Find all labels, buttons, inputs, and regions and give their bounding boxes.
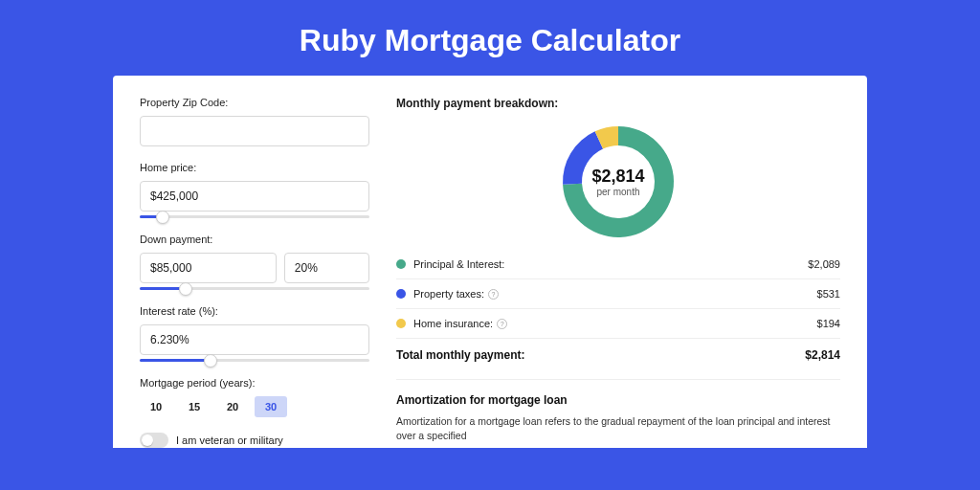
input-panel: Property Zip Code: Home price: Down paym… <box>140 97 369 448</box>
donut-sub: per month <box>596 187 639 197</box>
period-block: Mortgage period (years): 10152030 <box>140 377 369 417</box>
breakdown-lines: Principal & Interest:$2,089Property taxe… <box>396 250 840 338</box>
period-btn-15[interactable]: 15 <box>178 396 211 417</box>
home-price-label: Home price: <box>140 162 369 173</box>
home-price-input[interactable] <box>140 181 369 212</box>
calculator-card: Property Zip Code: Home price: Down paym… <box>113 76 867 448</box>
breakdown-line-label: Property taxes:? <box>413 288 817 300</box>
info-icon[interactable]: ? <box>488 289 499 300</box>
breakdown-line: Home insurance:?$194 <box>396 308 840 338</box>
home-price-block: Home price: <box>140 162 369 218</box>
breakdown-title: Monthly payment breakdown: <box>396 97 840 110</box>
breakdown-line-label: Principal & Interest: <box>413 258 808 270</box>
period-btn-30[interactable]: 30 <box>255 396 287 417</box>
home-price-slider[interactable] <box>140 215 369 218</box>
slider-thumb[interactable] <box>156 211 169 224</box>
breakdown-line-label: Home insurance:? <box>413 318 817 329</box>
down-payment-block: Down payment: <box>140 234 369 290</box>
veteran-row: I am veteran or military <box>140 433 369 448</box>
zip-label: Property Zip Code: <box>140 97 369 108</box>
info-icon[interactable]: ? <box>497 319 507 329</box>
breakdown-line-value: $531 <box>817 288 840 300</box>
legend-dot <box>396 319 406 328</box>
breakdown-line: Property taxes:?$531 <box>396 278 840 308</box>
zip-input[interactable] <box>140 116 369 146</box>
total-line: Total monthly payment: $2,814 <box>396 338 840 371</box>
down-payment-amount-input[interactable] <box>140 253 277 283</box>
interest-slider[interactable] <box>140 359 369 362</box>
breakdown-line: Principal & Interest:$2,089 <box>396 250 840 278</box>
legend-dot <box>396 259 406 269</box>
down-payment-slider[interactable] <box>140 287 369 290</box>
donut-center: $2,814 per month <box>560 123 677 240</box>
period-label: Mortgage period (years): <box>140 377 369 389</box>
period-btn-20[interactable]: 20 <box>216 396 249 417</box>
breakdown-panel: Monthly payment breakdown: $2,814 per mo… <box>396 97 840 448</box>
donut-chart-wrap: $2,814 per month <box>396 118 840 250</box>
page-title: Ruby Mortgage Calculator <box>0 0 980 76</box>
down-payment-percent-input[interactable] <box>284 253 369 283</box>
amortization-text: Amortization for a mortgage loan refers … <box>396 414 840 442</box>
amortization-title: Amortization for mortgage loan <box>396 393 840 407</box>
slider-thumb[interactable] <box>179 282 192 296</box>
interest-block: Interest rate (%): <box>140 305 369 362</box>
interest-input[interactable] <box>140 324 369 355</box>
zip-block: Property Zip Code: <box>140 97 369 146</box>
period-btn-10[interactable]: 10 <box>140 396 172 417</box>
donut-chart: $2,814 per month <box>560 123 677 240</box>
breakdown-line-value: $194 <box>817 318 840 329</box>
veteran-label: I am veteran or military <box>176 434 283 446</box>
amortization-section: Amortization for mortgage loan Amortizat… <box>396 379 840 442</box>
veteran-toggle[interactable] <box>140 433 168 448</box>
total-value: $2,814 <box>805 348 840 362</box>
down-payment-label: Down payment: <box>140 234 369 245</box>
slider-thumb[interactable] <box>204 354 217 368</box>
donut-amount: $2,814 <box>591 167 644 187</box>
interest-label: Interest rate (%): <box>140 305 369 317</box>
total-label: Total monthly payment: <box>396 348 805 362</box>
period-options: 10152030 <box>140 396 369 417</box>
legend-dot <box>396 289 406 299</box>
breakdown-line-value: $2,089 <box>808 258 840 270</box>
